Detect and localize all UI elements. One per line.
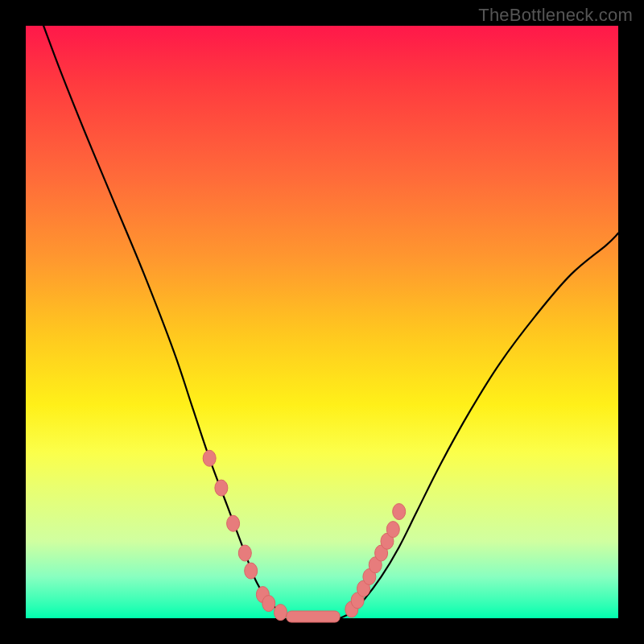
data-marker bbox=[262, 596, 275, 612]
left-curve bbox=[43, 26, 292, 618]
chart-container: TheBottleneck.com bbox=[0, 0, 644, 644]
data-marker bbox=[393, 504, 406, 520]
markers-right bbox=[345, 504, 406, 617]
data-marker bbox=[227, 515, 240, 531]
data-marker bbox=[238, 545, 251, 561]
curve-layer bbox=[26, 26, 618, 618]
flat-segment-marker bbox=[287, 611, 340, 622]
watermark-text: TheBottleneck.com bbox=[478, 5, 633, 26]
data-marker bbox=[274, 605, 287, 621]
data-marker bbox=[203, 450, 216, 466]
data-marker bbox=[245, 563, 258, 579]
plot-area bbox=[26, 26, 618, 618]
data-marker bbox=[215, 480, 228, 496]
data-marker bbox=[386, 522, 399, 538]
